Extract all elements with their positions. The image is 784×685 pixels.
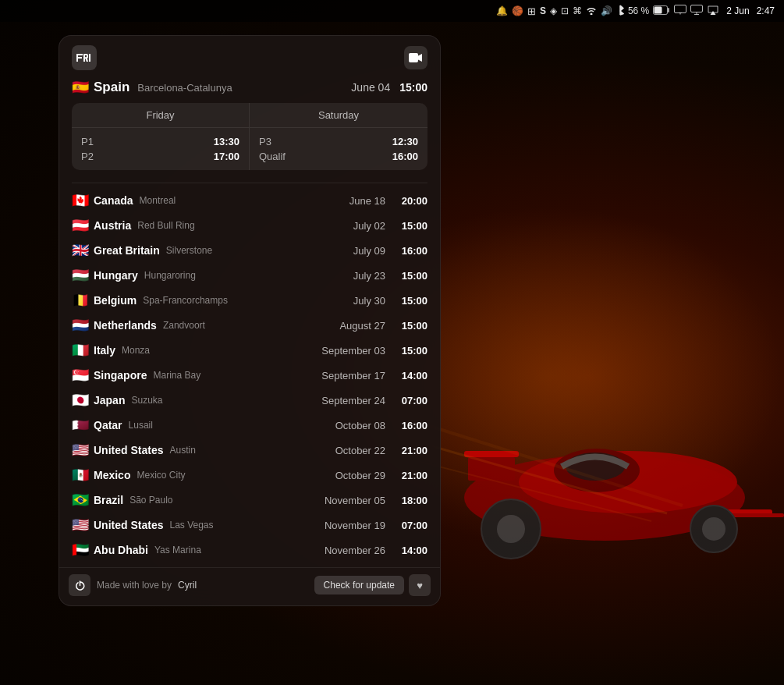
race-list-item[interactable]: 🇲🇽 Mexico Mexico City October 29 21:00 xyxy=(59,463,440,488)
race-list-item[interactable]: 🇸🇬 Singapore Marina Bay September 17 14:… xyxy=(59,363,440,388)
race-list-item[interactable]: 🇺🇸 United States Las Vegas November 19 0… xyxy=(59,513,440,538)
race-flag: 🇲🇽 xyxy=(72,468,89,482)
race-info: 🇧🇷 Brazil São Paulo xyxy=(72,493,313,507)
power-icon xyxy=(75,580,85,591)
race-date: July 23 xyxy=(319,270,385,282)
battery-text: 56 % xyxy=(628,5,649,16)
race-list-item[interactable]: 🇨🇦 Canada Montreal June 18 20:00 xyxy=(59,188,440,213)
race-venue: Austin xyxy=(169,445,195,456)
footer-left: Made with love by Cyril xyxy=(69,574,197,596)
race-time: 15:00 xyxy=(396,270,427,282)
race-name: Austria xyxy=(94,219,131,232)
race-name: United States xyxy=(94,444,163,456)
race-list: 🇨🇦 Canada Montreal June 18 20:00 🇦🇹 Aust… xyxy=(59,183,440,567)
race-venue: Las Vegas xyxy=(169,520,213,531)
race-time: 07:00 xyxy=(396,520,427,531)
race-list-item[interactable]: 🇧🇪 Belgium Spa-Francorchamps July 30 15:… xyxy=(59,288,440,313)
race-schedule: June 18 20:00 xyxy=(319,195,427,207)
featured-date: June 04 xyxy=(351,81,390,94)
skype-icon: S xyxy=(540,5,546,16)
race-list-item[interactable]: 🇦🇪 Abu Dhabi Yas Marina November 26 14:0… xyxy=(59,538,440,563)
race-date: June 18 xyxy=(319,195,385,207)
race-venue: Mexico City xyxy=(137,470,185,481)
race-list-item[interactable]: 🇶🇦 Qatar Lusail October 08 16:00 xyxy=(59,413,440,438)
race-list-item[interactable]: 🇦🇹 Austria Red Bull Ring July 02 15:00 xyxy=(59,213,440,238)
race-name: Netherlands xyxy=(94,319,157,332)
qualif-label: Qualif xyxy=(259,151,286,162)
race-list-item[interactable]: 🇬🇧 Great Britain Silverstone July 09 16:… xyxy=(59,238,440,263)
race-flag: 🇮🇹 xyxy=(72,343,89,357)
heart-button[interactable]: ♥ xyxy=(409,574,431,596)
race-list-item[interactable]: 🇮🇹 Italy Monza September 03 15:00 xyxy=(59,338,440,363)
race-name: Italy xyxy=(94,344,115,357)
race-name: Belgium xyxy=(94,294,137,307)
basketball-icon: 🏀 xyxy=(512,5,523,16)
race-venue: Monza xyxy=(122,345,150,356)
display-icon xyxy=(674,5,686,17)
race-venue: Hungaroring xyxy=(144,270,196,281)
svg-point-11 xyxy=(497,515,525,543)
race-info: 🇦🇹 Austria Red Bull Ring xyxy=(72,218,313,232)
widget-header xyxy=(59,36,440,76)
race-list-item[interactable]: 🇯🇵 Japan Suzuka September 24 07:00 xyxy=(59,388,440,413)
race-info: 🇯🇵 Japan Suzuka xyxy=(72,393,313,407)
f1-logo-icon xyxy=(76,52,92,63)
race-list-item[interactable]: 🇺🇸 United States Austin October 22 21:00 xyxy=(59,438,440,463)
p3-row: P3 12:30 xyxy=(259,134,418,149)
race-flag: 🇦🇹 xyxy=(72,218,89,232)
race-list-item[interactable]: 🇧🇷 Brazil São Paulo November 05 18:00 xyxy=(59,488,440,513)
friday-header: Friday xyxy=(72,103,250,128)
race-list-item[interactable]: 🇭🇺 Hungary Hungaroring July 23 15:00 xyxy=(59,263,440,288)
p2-label: P2 xyxy=(81,151,94,162)
race-info: 🇨🇦 Canada Montreal xyxy=(72,193,313,208)
race-info: 🇸🇬 Singapore Marina Bay xyxy=(72,368,313,382)
featured-race-header: 🇪🇸 Spain Barcelona-Catalunya June 04 15:… xyxy=(72,80,427,95)
race-name: Brazil xyxy=(94,494,123,506)
race-name: Japan xyxy=(94,394,125,406)
featured-datetime: June 04 15:00 xyxy=(351,81,427,94)
race-flag: 🇶🇦 xyxy=(72,418,89,432)
airplay-icon xyxy=(707,5,719,17)
race-time: 15:00 xyxy=(396,220,427,232)
schedule-grid: Friday Saturday P1 13:30 P2 17:00 P3 xyxy=(72,103,427,170)
widget-settings-button[interactable] xyxy=(404,46,427,69)
p1-time: 13:30 xyxy=(214,136,239,147)
check-update-button[interactable]: Check for update xyxy=(314,576,404,594)
saturday-header: Saturday xyxy=(250,103,427,128)
heart-icon: ♥ xyxy=(417,580,423,591)
race-flag: 🇺🇸 xyxy=(72,443,89,457)
race-venue: Suzuka xyxy=(131,395,162,406)
race-schedule: October 22 21:00 xyxy=(319,445,427,456)
race-flag: 🇸🇬 xyxy=(72,368,89,382)
race-time: 14:00 xyxy=(396,370,427,382)
race-info: 🇶🇦 Qatar Lusail xyxy=(72,418,313,432)
svg-rect-18 xyxy=(655,6,662,13)
featured-country: Spain xyxy=(94,80,129,95)
race-time: 16:00 xyxy=(396,245,427,257)
monitor2-icon xyxy=(690,5,703,17)
widget-footer: Made with love by Cyril Check for update… xyxy=(59,567,440,605)
race-schedule: July 23 15:00 xyxy=(319,270,427,282)
race-schedule: July 30 15:00 xyxy=(319,295,427,307)
race-name: Singapore xyxy=(94,369,147,382)
power-button[interactable] xyxy=(69,574,90,596)
cmd-icon: ⌘ xyxy=(573,5,582,16)
monitor-icon: ⊡ xyxy=(561,5,569,16)
svg-point-9 xyxy=(702,517,725,541)
race-list-item[interactable]: 🇳🇱 Netherlands Zandvoort August 27 15:00 xyxy=(59,313,440,338)
race-info: 🇺🇸 United States Austin xyxy=(72,443,313,457)
race-date: November 05 xyxy=(319,495,385,506)
race-info: 🇭🇺 Hungary Hungaroring xyxy=(72,268,313,282)
race-time: 14:00 xyxy=(396,545,427,556)
race-name: Canada xyxy=(94,194,133,207)
race-flag: 🇨🇦 xyxy=(72,193,89,208)
footer-author: Cyril xyxy=(178,580,197,591)
race-venue: Zandvoort xyxy=(163,320,205,331)
volume-icon: 🔊 xyxy=(601,5,612,16)
race-info: 🇳🇱 Netherlands Zandvoort xyxy=(72,318,313,332)
race-date: November 26 xyxy=(319,545,385,556)
p1-label: P1 xyxy=(81,136,94,147)
widget-logo xyxy=(72,45,97,70)
grid-icon: ⊞ xyxy=(527,5,536,17)
race-date: October 08 xyxy=(319,420,385,431)
